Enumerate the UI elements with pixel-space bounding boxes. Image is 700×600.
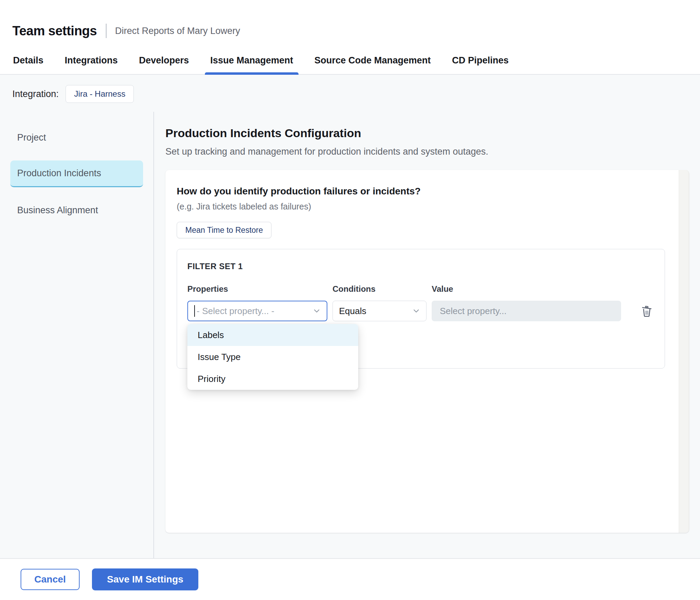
integration-badge[interactable]: Jira - Harness [66,85,134,103]
property-select-wrapper: - Select property... - Labels Issue Type… [187,301,327,321]
tab-source-code-management[interactable]: Source Code Management [314,55,431,74]
trash-icon [639,303,654,319]
section-subtitle: Set up tracking and management for produ… [165,145,689,158]
content-area: Project Production Incidents Business Al… [0,112,700,558]
delete-filter-button[interactable] [639,303,654,319]
dropdown-option-labels[interactable]: Labels [187,324,358,346]
tab-developers[interactable]: Developers [139,55,189,74]
column-header-properties: Properties [187,284,327,294]
filter-column-headers: Properties Conditions Value [187,284,654,294]
column-header-value: Value [432,284,621,294]
chevron-down-icon [412,307,421,315]
filter-set-card: FILTER SET 1 Properties Conditions Value… [177,249,665,369]
integration-row: Integration: Jira - Harness [0,75,700,112]
title-divider [106,24,107,38]
value-input[interactable]: Select property... [432,301,621,321]
cancel-button[interactable]: Cancel [21,569,80,590]
property-select[interactable]: - Select property... - [187,301,327,321]
mean-time-to-restore-chip[interactable]: Mean Time to Restore [177,222,271,238]
column-header-conditions: Conditions [332,284,427,294]
page-subtitle: Direct Reports of Mary Lowery [115,26,240,36]
tab-bar: Details Integrations Developers Issue Ma… [0,48,700,75]
tab-issue-management[interactable]: Issue Management [210,55,293,74]
integration-label: Integration: [12,89,59,99]
vertical-scrollbar[interactable] [679,170,689,533]
page-header: Team settings Direct Reports of Mary Low… [0,0,700,48]
property-select-placeholder: - Select property... - [197,306,312,316]
sidebar-item-project[interactable]: Project [10,124,143,151]
question-heading: How do you identify production failures … [177,185,665,197]
tab-details[interactable]: Details [13,55,44,74]
tab-cd-pipelines[interactable]: CD Pipelines [452,55,509,74]
dropdown-option-priority[interactable]: Priority [187,368,358,390]
text-cursor [194,305,195,317]
footer-actions: Cancel Save IM Settings [0,558,700,600]
section-title: Production Incidents Configuration [165,125,689,141]
condition-select-value: Equals [339,306,412,316]
condition-select[interactable]: Equals [332,301,427,321]
page-title: Team settings [12,24,97,38]
tab-integrations[interactable]: Integrations [65,55,118,74]
question-hint: (e.g. Jira tickets labeled as failures) [177,202,665,212]
main-panel: Production Incidents Configuration Set u… [154,112,700,558]
dropdown-option-issue-type[interactable]: Issue Type [187,346,358,368]
configuration-card: How do you identify production failures … [165,170,689,533]
sidebar-item-business-alignment[interactable]: Business Alignment [10,197,143,224]
filter-row: - Select property... - Labels Issue Type… [187,301,654,321]
filter-set-title: FILTER SET 1 [187,262,654,271]
sidebar-item-production-incidents[interactable]: Production Incidents [10,160,143,187]
save-im-settings-button[interactable]: Save IM Settings [92,568,199,590]
chevron-down-icon [312,307,321,315]
settings-sidebar: Project Production Incidents Business Al… [0,112,154,558]
workspace: Integration: Jira - Harness Project Prod… [0,75,700,558]
property-dropdown-menu: Labels Issue Type Priority [187,324,358,390]
